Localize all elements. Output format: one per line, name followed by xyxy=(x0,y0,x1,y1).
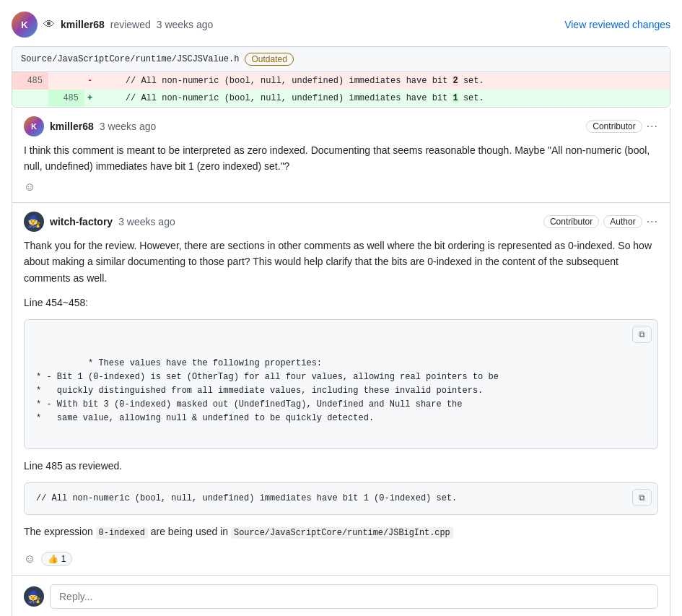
removed-line-sign: - xyxy=(84,72,99,90)
added-line-num: 485 xyxy=(48,90,84,107)
outdated-badge: Outdated xyxy=(245,53,293,66)
comment-1-avatar: K xyxy=(24,116,44,136)
comment-2-inline-code-2: Source/JavaScriptCore/runtime/JSBigInt.c… xyxy=(231,527,453,539)
reviewer-action: reviewed xyxy=(110,19,151,30)
comment-1-reactions: ☺ xyxy=(24,175,658,194)
comment-1-author-row: K kmiller68 3 weeks ago xyxy=(24,116,156,136)
comment-2: 🧙 witch-factory 3 weeks ago Contributor … xyxy=(12,203,670,576)
removed-line-num: 485 xyxy=(12,72,48,90)
comment-1-time: 3 weeks ago xyxy=(100,121,157,132)
comment-2-badges: Contributor Author ··· xyxy=(543,215,658,228)
diff-added-line: 485 + // All non-numeric (bool, null, un… xyxy=(12,90,670,107)
reviewer-time: 3 weeks ago xyxy=(157,19,214,30)
comment-2-label-1: Line 454~458: xyxy=(24,295,658,311)
comment-1-emoji[interactable]: ☺ xyxy=(24,181,35,194)
comment-2-code-content-1: * These values have the following proper… xyxy=(36,358,499,424)
diff-header: Source/JavaScriptCore/runtime/JSCJSValue… xyxy=(12,47,670,72)
comment-2-emoji[interactable]: ☺ xyxy=(24,552,35,565)
comment-2-inline-code-1: 0-indexed xyxy=(96,527,148,539)
reviewer-bar: K 👁 kmiller68 reviewed 3 weeks ago View … xyxy=(12,12,670,38)
removed-line-num-right xyxy=(48,72,84,90)
reply-input[interactable] xyxy=(50,584,658,609)
comment-2-username: witch-factory xyxy=(50,216,113,227)
comment-2-avatar: 🧙 xyxy=(24,212,44,232)
copy-button-2[interactable]: ⧉ xyxy=(632,489,652,506)
comment-2-codeblock-1: ⧉ * These values have the following prop… xyxy=(24,319,658,449)
comment-thread: K kmiller68 3 weeks ago Contributor ··· … xyxy=(12,108,670,616)
comment-1-username: kmiller68 xyxy=(50,121,94,132)
comment-2-menu[interactable]: ··· xyxy=(647,215,658,228)
comment-2-badge-contributor: Contributor xyxy=(543,215,599,228)
added-line-code: // All non-numeric (bool, null, undefine… xyxy=(99,90,670,107)
copy-button-1[interactable]: ⧉ xyxy=(632,326,652,343)
added-line-sign: + xyxy=(84,90,99,107)
comment-2-text-prefix: The expression xyxy=(24,526,96,537)
comment-1-body: I think this comment is meant to be inte… xyxy=(24,142,658,175)
reviewer-left: K 👁 kmiller68 reviewed 3 weeks ago xyxy=(12,12,213,38)
diff-container: Source/JavaScriptCore/runtime/JSCJSValue… xyxy=(12,46,670,108)
diff-removed-line: 485 - // All non-numeric (bool, null, un… xyxy=(12,72,670,90)
comment-2-time: 3 weeks ago xyxy=(118,216,175,227)
diff-and-thread: Source/JavaScriptCore/runtime/JSCJSValue… xyxy=(12,46,670,616)
removed-line-code: // All non-numeric (bool, null, undefine… xyxy=(99,72,670,90)
comment-2-text-mixed: The expression 0-indexed are being used … xyxy=(24,524,658,540)
comment-2-author-row: 🧙 witch-factory 3 weeks ago xyxy=(24,212,175,232)
reviewer-avatar: K xyxy=(12,12,38,38)
diff-file-path: Source/JavaScriptCore/runtime/JSCJSValue… xyxy=(21,54,239,64)
reviewer-username: kmiller68 xyxy=(61,19,105,30)
reply-area: 🧙 xyxy=(12,576,670,616)
comment-2-text-middle: are being used in xyxy=(148,526,231,537)
comment-2-badge-author: Author xyxy=(603,215,642,228)
comment-1-badges: Contributor ··· xyxy=(586,120,658,133)
comment-2-reactions: ☺ 👍 1 xyxy=(24,546,658,566)
comment-2-body: Thank you for the review. However, there… xyxy=(24,238,658,541)
added-line-num-left xyxy=(12,90,48,107)
comment-1-header: K kmiller68 3 weeks ago Contributor ··· xyxy=(24,116,658,136)
comment-1-menu[interactable]: ··· xyxy=(647,120,658,133)
comment-2-header: 🧙 witch-factory 3 weeks ago Contributor … xyxy=(24,212,658,232)
eye-icon: 👁 xyxy=(43,18,55,31)
comment-2-text-1: Thank you for the review. However, there… xyxy=(24,238,658,286)
comment-2-codeblock-2: ⧉ // All non-numeric (bool, null, undefi… xyxy=(24,482,658,515)
view-reviewed-changes-link[interactable]: View reviewed changes xyxy=(564,19,670,30)
comment-1-badge-contributor: Contributor xyxy=(586,120,642,133)
reply-avatar: 🧙 xyxy=(24,586,44,607)
comment-2-thumbsup-reaction[interactable]: 👍 1 xyxy=(41,552,72,566)
comment-1: K kmiller68 3 weeks ago Contributor ··· … xyxy=(12,108,670,203)
comment-2-label-2: Line 485 as reviewed. xyxy=(24,458,658,474)
comment-2-code-content-2: // All non-numeric (bool, null, undefine… xyxy=(36,493,457,503)
